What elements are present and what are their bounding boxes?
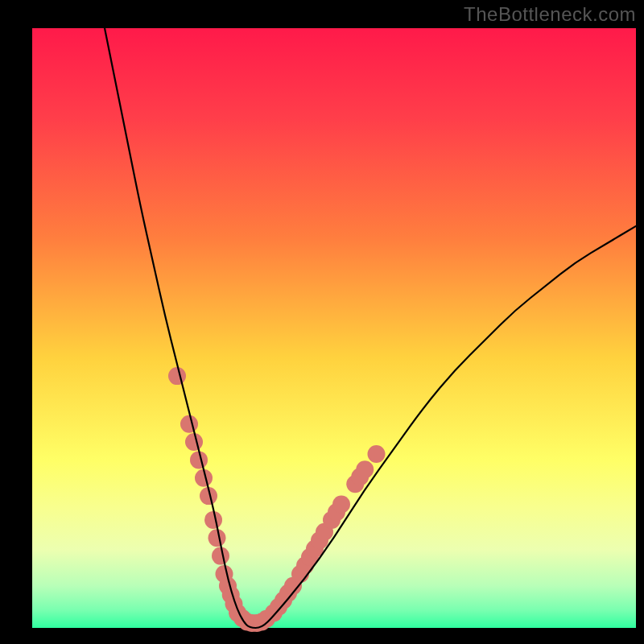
- curve-dot: [180, 415, 198, 433]
- curve-dot: [368, 445, 386, 463]
- curve-dot: [208, 529, 226, 547]
- curve-dot: [212, 547, 229, 565]
- curve-dot: [332, 496, 350, 514]
- chart-svg: [0, 0, 644, 644]
- curve-dot: [204, 511, 222, 529]
- curve-dot: [356, 460, 374, 478]
- curve-dot: [168, 367, 186, 385]
- chart-stage: TheBottleneck.com: [0, 0, 644, 644]
- watermark-text: TheBottleneck.com: [464, 3, 636, 26]
- curve-dot: [185, 433, 203, 451]
